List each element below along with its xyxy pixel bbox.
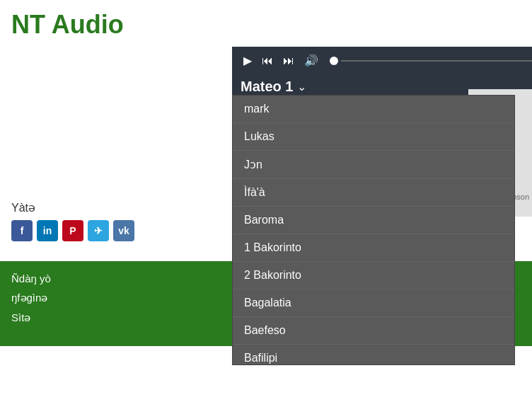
- dropdown-item[interactable]: Bafilipi: [233, 345, 514, 364]
- chapter-label[interactable]: Mateo 1: [241, 79, 293, 95]
- dropdown-list[interactable]: markLukasJɔnÌfà'àBaroma1 Bakorinto2 Bako…: [233, 96, 514, 364]
- next-button[interactable]: ⏭: [280, 53, 297, 69]
- dropdown-item[interactable]: 1 Bakorinto: [233, 234, 514, 262]
- dropdown-item[interactable]: 2 Bakorinto: [233, 262, 514, 289]
- progress-indicator: [330, 57, 338, 65]
- facebook-icon[interactable]: f: [11, 220, 33, 241]
- dropdown-item[interactable]: Jɔn: [233, 151, 514, 179]
- play-button[interactable]: ▶: [241, 52, 255, 69]
- prev-button[interactable]: ⏮: [259, 53, 276, 69]
- dropdown-item[interactable]: Baroma: [233, 207, 514, 234]
- dropdown-item[interactable]: Lukas: [233, 123, 514, 151]
- dropdown-item[interactable]: mark: [233, 96, 514, 123]
- telegram-icon[interactable]: ✈: [88, 220, 109, 241]
- pinterest-icon[interactable]: P: [62, 220, 83, 241]
- chevron-down-icon[interactable]: ⌄: [297, 80, 306, 93]
- progress-track: [341, 60, 532, 62]
- page-title: NT Audio: [0, 0, 532, 47]
- linkedin-icon[interactable]: in: [37, 220, 58, 241]
- progress-bar[interactable]: [330, 57, 532, 65]
- volume-button[interactable]: 🔊: [301, 52, 321, 69]
- chapter-dropdown: markLukasJɔnÌfà'àBaroma1 Bakorinto2 Bako…: [232, 95, 515, 365]
- dropdown-item[interactable]: Baefeso: [233, 317, 514, 345]
- vk-icon[interactable]: vk: [113, 220, 134, 241]
- main-content-row: Faith Comes By Hearing BAFUT The Bible N…: [0, 47, 532, 98]
- dropdown-item[interactable]: Bagalatia: [233, 289, 514, 317]
- player-controls: ▶ ⏮ ⏭ 🔊: [232, 47, 532, 74]
- dropdown-item[interactable]: Ìfà'à: [233, 179, 514, 207]
